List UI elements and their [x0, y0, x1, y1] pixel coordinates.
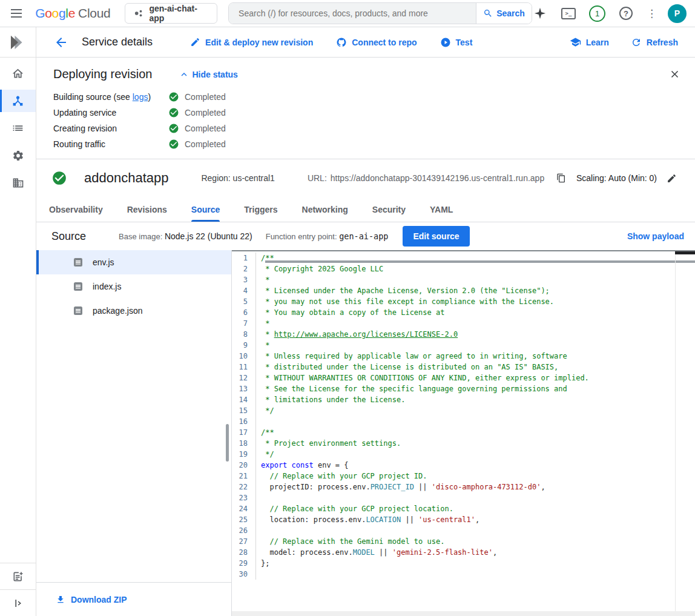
project-name: gen-ai-chat-app [149, 4, 208, 23]
code-line: 9 * [232, 340, 695, 351]
line-number: 8 [232, 329, 256, 340]
editor-horizontal-scrollbar[interactable] [232, 611, 695, 616]
search-input[interactable] [239, 8, 466, 18]
file-panel-scrollbar[interactable] [226, 424, 229, 462]
editor-scrollbar-thumb[interactable] [675, 251, 695, 254]
tab-bar: ObservabilityRevisionsSourceTriggersNetw… [36, 197, 695, 222]
step-label: Building source (see logs) [53, 92, 168, 102]
line-number: 29 [232, 558, 256, 569]
source-toolbar: Source Base image: Node.js 22 (Ubuntu 22… [36, 222, 695, 250]
main-content: Service details Edit & deploy new revisi… [36, 27, 695, 616]
sidebar-item-organization[interactable] [0, 171, 36, 194]
edit-scaling-icon[interactable] [667, 173, 677, 184]
tab-source[interactable]: Source [191, 197, 220, 222]
file-list: env.jsindex.jspackage.json [36, 250, 231, 323]
home-icon [12, 67, 24, 80]
check-circle-icon [168, 123, 179, 134]
file-icon [73, 257, 83, 267]
line-number: 1 [232, 253, 256, 263]
line-number: 20 [232, 460, 256, 471]
more-options-icon[interactable]: ⋮ [647, 7, 655, 20]
check-circle-icon [168, 107, 179, 118]
sidebar-item-services[interactable] [0, 90, 36, 112]
help-icon[interactable]: ? [618, 5, 634, 21]
code-line: 13 * See the License for the specific la… [232, 383, 695, 394]
sidebar-item-home[interactable] [0, 62, 36, 85]
sidebar-item-settings[interactable] [0, 144, 36, 167]
organization-icon [12, 177, 24, 189]
collapse-nav-icon[interactable] [0, 589, 36, 616]
file-item-package.json[interactable]: package.json [36, 299, 231, 323]
code-line: 12 * WITHOUT WARRANTIES OR CONDITIONS OF… [232, 373, 695, 383]
gemini-sparkle-icon[interactable] [532, 5, 548, 21]
avatar[interactable]: P [668, 4, 687, 23]
code-line: 21 // Replace with your GCP project ID. [232, 471, 695, 482]
graduation-cap-icon [570, 36, 581, 48]
search-button-label: Search [496, 8, 525, 18]
tab-observability[interactable]: Observability [49, 197, 103, 222]
sidebar-bottom [0, 563, 36, 616]
tab-security[interactable]: Security [372, 197, 406, 222]
tab-revisions[interactable]: Revisions [127, 197, 167, 222]
download-zip-button[interactable]: Download ZIP [36, 582, 231, 616]
global-search: Search [228, 2, 532, 24]
code-line: 26 [232, 525, 695, 536]
menu-icon[interactable] [7, 4, 25, 23]
connect-repo-button[interactable]: Connect to repo [336, 37, 417, 48]
refresh-button[interactable]: Refresh [631, 37, 678, 48]
code-editor[interactable]: 1/**2 * Copyright 2025 Google LLC3 *4 * … [232, 250, 695, 616]
release-notes-icon[interactable] [0, 563, 36, 589]
scaling-value: Scaling: Auto (Min: 0) [576, 173, 657, 183]
service-url: https://addonchatapp-301439142196.us-cen… [331, 173, 544, 183]
notifications-badge[interactable]: 1 [589, 5, 605, 22]
search-button[interactable]: Search [476, 3, 532, 24]
code-line: 19 */ [232, 449, 695, 460]
tab-yaml[interactable]: YAML [430, 197, 453, 222]
deploy-step: Routing trafficCompleted [53, 136, 678, 152]
code-line: 11 * distributed under the License is di… [232, 362, 695, 373]
learn-button[interactable]: Learn [570, 36, 609, 48]
line-number: 28 [232, 547, 256, 558]
notification-count: 1 [595, 9, 599, 18]
code-line: 27 // Replace with the Gemini model to u… [232, 536, 695, 547]
test-button[interactable]: Test [440, 37, 473, 48]
tab-networking[interactable]: Networking [302, 197, 348, 222]
source-section-title: Source [51, 230, 86, 243]
code-line: 20export const env = { [232, 460, 695, 471]
edit-deploy-button[interactable]: Edit & deploy new revision [190, 37, 313, 47]
check-circle-icon [168, 91, 179, 102]
check-circle-icon [168, 139, 179, 150]
code-line: 6 * You may obtain a copy of the License… [232, 307, 695, 318]
file-item-index.js[interactable]: index.js [36, 274, 231, 299]
line-number: 17 [232, 427, 256, 438]
deploy-status-panel: Deploying revision Hide status Building … [36, 58, 695, 159]
logs-link[interactable]: logs [133, 92, 148, 102]
show-payload-link[interactable]: Show payload [627, 231, 684, 241]
file-icon [73, 306, 83, 316]
deploy-steps: Building source (see logs)CompletedUpdat… [53, 89, 678, 152]
google-cloud-logo[interactable]: Google Cloud [35, 6, 110, 21]
sidebar-item-list[interactable] [0, 117, 36, 139]
hide-status-toggle[interactable]: Hide status [179, 69, 237, 80]
code-line: 5 * you may not use this file except in … [232, 296, 695, 307]
project-selector[interactable]: gen-ai-chat-app [125, 3, 217, 24]
file-icon [73, 282, 83, 291]
tab-triggers[interactable]: Triggers [244, 197, 277, 222]
line-number: 22 [232, 482, 256, 492]
close-icon[interactable] [667, 67, 682, 81]
file-item-env.js[interactable]: env.js [36, 250, 231, 274]
line-number: 19 [232, 449, 256, 460]
line-number: 18 [232, 438, 256, 449]
action-bar-right: Learn Refresh [570, 36, 678, 48]
editor-scrollbar[interactable] [675, 251, 695, 611]
download-zip-label: Download ZIP [71, 595, 127, 604]
project-icon [134, 8, 143, 18]
back-arrow-icon[interactable] [54, 35, 68, 50]
step-status-text: Completed [185, 139, 226, 149]
cloud-shell-icon[interactable]: >_ [561, 5, 576, 21]
copy-icon[interactable] [556, 173, 566, 184]
edit-source-button[interactable]: Edit source [403, 226, 469, 247]
code-line: 23 [232, 492, 695, 503]
search-field[interactable] [229, 3, 476, 24]
google-wordmark: Google [35, 6, 75, 21]
